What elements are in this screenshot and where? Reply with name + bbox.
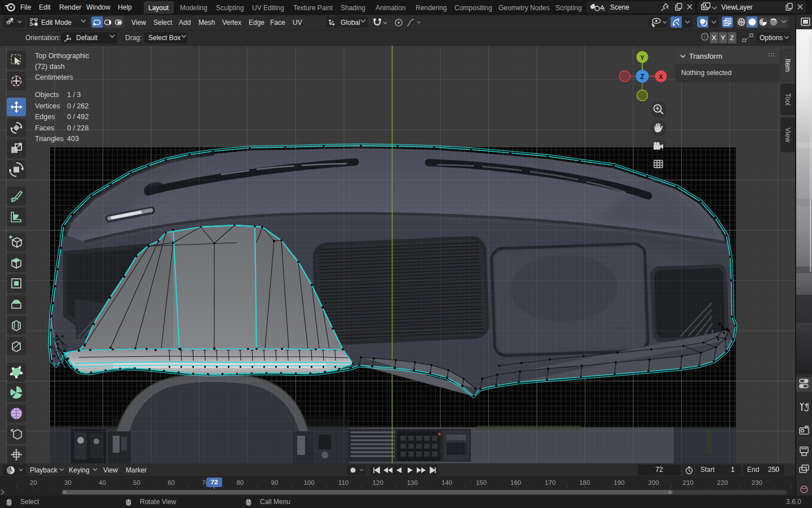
svg-text:Vertices: Vertices	[35, 102, 60, 110]
svg-text:403: 403	[67, 135, 79, 143]
svg-text:Faces: Faces	[35, 124, 54, 132]
svg-text:Objects: Objects	[35, 91, 59, 99]
svg-text:Y: Y	[640, 54, 645, 61]
svg-text:Z: Z	[640, 73, 644, 81]
svg-text:Top Orthographic: Top Orthographic	[35, 52, 89, 60]
svg-text:Centimeters: Centimeters	[35, 73, 73, 81]
svg-text:1 / 3: 1 / 3	[67, 91, 81, 99]
svg-text:Triangles: Triangles	[35, 135, 64, 143]
svg-text:Edges: Edges	[35, 113, 55, 121]
svg-text:0 / 228: 0 / 228	[67, 124, 89, 132]
svg-text:X: X	[659, 73, 663, 80]
svg-text:0 / 492: 0 / 492	[67, 113, 89, 121]
svg-text:0 / 262: 0 / 262	[67, 102, 89, 110]
svg-text:(72) dash: (72) dash	[35, 63, 65, 71]
